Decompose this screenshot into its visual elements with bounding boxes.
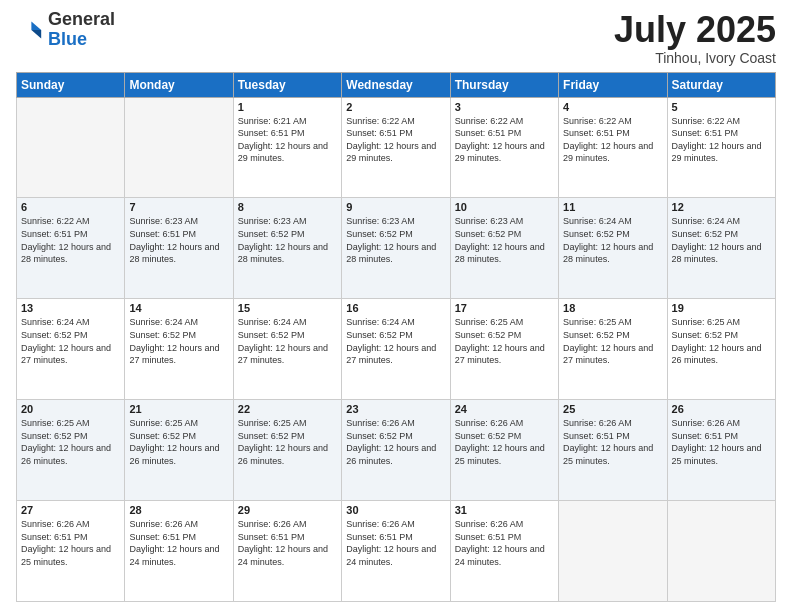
day-info: Sunrise: 6:25 AM Sunset: 6:52 PM Dayligh…: [21, 417, 120, 467]
svg-marker-0: [31, 21, 41, 29]
calendar-cell: 19Sunrise: 6:25 AM Sunset: 6:52 PM Dayli…: [667, 299, 775, 400]
day-info: Sunrise: 6:26 AM Sunset: 6:51 PM Dayligh…: [672, 417, 771, 467]
day-info: Sunrise: 6:26 AM Sunset: 6:51 PM Dayligh…: [346, 518, 445, 568]
calendar-cell: 30Sunrise: 6:26 AM Sunset: 6:51 PM Dayli…: [342, 501, 450, 602]
day-info: Sunrise: 6:25 AM Sunset: 6:52 PM Dayligh…: [129, 417, 228, 467]
calendar-cell: [125, 97, 233, 198]
day-number: 13: [21, 302, 120, 314]
calendar-cell: 13Sunrise: 6:24 AM Sunset: 6:52 PM Dayli…: [17, 299, 125, 400]
calendar-cell: [17, 97, 125, 198]
calendar-header-saturday: Saturday: [667, 72, 775, 97]
calendar-header-wednesday: Wednesday: [342, 72, 450, 97]
title-block: July 2025 Tinhou, Ivory Coast: [614, 10, 776, 66]
day-number: 10: [455, 201, 554, 213]
day-info: Sunrise: 6:25 AM Sunset: 6:52 PM Dayligh…: [238, 417, 337, 467]
day-number: 31: [455, 504, 554, 516]
day-number: 16: [346, 302, 445, 314]
day-number: 24: [455, 403, 554, 415]
logo-blue: Blue: [48, 29, 87, 49]
calendar-cell: 20Sunrise: 6:25 AM Sunset: 6:52 PM Dayli…: [17, 400, 125, 501]
day-number: 15: [238, 302, 337, 314]
calendar-cell: 4Sunrise: 6:22 AM Sunset: 6:51 PM Daylig…: [559, 97, 667, 198]
day-number: 5: [672, 101, 771, 113]
day-info: Sunrise: 6:24 AM Sunset: 6:52 PM Dayligh…: [563, 215, 662, 265]
day-number: 8: [238, 201, 337, 213]
logo: General Blue: [16, 10, 115, 50]
day-info: Sunrise: 6:24 AM Sunset: 6:52 PM Dayligh…: [21, 316, 120, 366]
calendar-week-row: 20Sunrise: 6:25 AM Sunset: 6:52 PM Dayli…: [17, 400, 776, 501]
header: General Blue July 2025 Tinhou, Ivory Coa…: [16, 10, 776, 66]
day-info: Sunrise: 6:26 AM Sunset: 6:51 PM Dayligh…: [238, 518, 337, 568]
page: General Blue July 2025 Tinhou, Ivory Coa…: [0, 0, 792, 612]
day-number: 22: [238, 403, 337, 415]
day-number: 29: [238, 504, 337, 516]
calendar-cell: 24Sunrise: 6:26 AM Sunset: 6:52 PM Dayli…: [450, 400, 558, 501]
calendar-cell: 10Sunrise: 6:23 AM Sunset: 6:52 PM Dayli…: [450, 198, 558, 299]
day-info: Sunrise: 6:23 AM Sunset: 6:52 PM Dayligh…: [455, 215, 554, 265]
calendar-week-row: 13Sunrise: 6:24 AM Sunset: 6:52 PM Dayli…: [17, 299, 776, 400]
day-number: 6: [21, 201, 120, 213]
main-title: July 2025: [614, 10, 776, 50]
calendar-cell: 26Sunrise: 6:26 AM Sunset: 6:51 PM Dayli…: [667, 400, 775, 501]
day-number: 2: [346, 101, 445, 113]
day-info: Sunrise: 6:24 AM Sunset: 6:52 PM Dayligh…: [346, 316, 445, 366]
day-number: 21: [129, 403, 228, 415]
day-info: Sunrise: 6:26 AM Sunset: 6:51 PM Dayligh…: [129, 518, 228, 568]
day-number: 12: [672, 201, 771, 213]
day-number: 26: [672, 403, 771, 415]
calendar-header-tuesday: Tuesday: [233, 72, 341, 97]
calendar-cell: 21Sunrise: 6:25 AM Sunset: 6:52 PM Dayli…: [125, 400, 233, 501]
calendar-cell: 22Sunrise: 6:25 AM Sunset: 6:52 PM Dayli…: [233, 400, 341, 501]
day-info: Sunrise: 6:26 AM Sunset: 6:52 PM Dayligh…: [455, 417, 554, 467]
calendar-week-row: 27Sunrise: 6:26 AM Sunset: 6:51 PM Dayli…: [17, 501, 776, 602]
day-number: 19: [672, 302, 771, 314]
day-number: 17: [455, 302, 554, 314]
day-number: 20: [21, 403, 120, 415]
logo-icon: [16, 16, 44, 44]
calendar-cell: 7Sunrise: 6:23 AM Sunset: 6:51 PM Daylig…: [125, 198, 233, 299]
calendar-cell: 23Sunrise: 6:26 AM Sunset: 6:52 PM Dayli…: [342, 400, 450, 501]
day-number: 1: [238, 101, 337, 113]
calendar-cell: 14Sunrise: 6:24 AM Sunset: 6:52 PM Dayli…: [125, 299, 233, 400]
calendar-cell: [667, 501, 775, 602]
logo-general: General: [48, 9, 115, 29]
day-info: Sunrise: 6:23 AM Sunset: 6:51 PM Dayligh…: [129, 215, 228, 265]
day-number: 9: [346, 201, 445, 213]
day-info: Sunrise: 6:24 AM Sunset: 6:52 PM Dayligh…: [129, 316, 228, 366]
calendar-header-row: SundayMondayTuesdayWednesdayThursdayFrid…: [17, 72, 776, 97]
day-info: Sunrise: 6:24 AM Sunset: 6:52 PM Dayligh…: [238, 316, 337, 366]
calendar-cell: 2Sunrise: 6:22 AM Sunset: 6:51 PM Daylig…: [342, 97, 450, 198]
day-number: 4: [563, 101, 662, 113]
day-number: 30: [346, 504, 445, 516]
calendar-header-thursday: Thursday: [450, 72, 558, 97]
calendar-cell: 29Sunrise: 6:26 AM Sunset: 6:51 PM Dayli…: [233, 501, 341, 602]
day-info: Sunrise: 6:22 AM Sunset: 6:51 PM Dayligh…: [346, 115, 445, 165]
day-info: Sunrise: 6:21 AM Sunset: 6:51 PM Dayligh…: [238, 115, 337, 165]
calendar-cell: 3Sunrise: 6:22 AM Sunset: 6:51 PM Daylig…: [450, 97, 558, 198]
day-info: Sunrise: 6:25 AM Sunset: 6:52 PM Dayligh…: [672, 316, 771, 366]
calendar-week-row: 6Sunrise: 6:22 AM Sunset: 6:51 PM Daylig…: [17, 198, 776, 299]
day-info: Sunrise: 6:22 AM Sunset: 6:51 PM Dayligh…: [455, 115, 554, 165]
calendar-cell: 1Sunrise: 6:21 AM Sunset: 6:51 PM Daylig…: [233, 97, 341, 198]
day-info: Sunrise: 6:22 AM Sunset: 6:51 PM Dayligh…: [672, 115, 771, 165]
calendar-cell: 15Sunrise: 6:24 AM Sunset: 6:52 PM Dayli…: [233, 299, 341, 400]
day-info: Sunrise: 6:26 AM Sunset: 6:52 PM Dayligh…: [346, 417, 445, 467]
day-number: 27: [21, 504, 120, 516]
day-info: Sunrise: 6:25 AM Sunset: 6:52 PM Dayligh…: [563, 316, 662, 366]
calendar-cell: 8Sunrise: 6:23 AM Sunset: 6:52 PM Daylig…: [233, 198, 341, 299]
day-info: Sunrise: 6:26 AM Sunset: 6:51 PM Dayligh…: [455, 518, 554, 568]
calendar-cell: 31Sunrise: 6:26 AM Sunset: 6:51 PM Dayli…: [450, 501, 558, 602]
calendar-cell: 16Sunrise: 6:24 AM Sunset: 6:52 PM Dayli…: [342, 299, 450, 400]
day-number: 18: [563, 302, 662, 314]
day-info: Sunrise: 6:26 AM Sunset: 6:51 PM Dayligh…: [21, 518, 120, 568]
calendar-cell: 28Sunrise: 6:26 AM Sunset: 6:51 PM Dayli…: [125, 501, 233, 602]
calendar-cell: [559, 501, 667, 602]
calendar-cell: 9Sunrise: 6:23 AM Sunset: 6:52 PM Daylig…: [342, 198, 450, 299]
calendar-cell: 25Sunrise: 6:26 AM Sunset: 6:51 PM Dayli…: [559, 400, 667, 501]
calendar-cell: 17Sunrise: 6:25 AM Sunset: 6:52 PM Dayli…: [450, 299, 558, 400]
calendar-cell: 6Sunrise: 6:22 AM Sunset: 6:51 PM Daylig…: [17, 198, 125, 299]
calendar-header-monday: Monday: [125, 72, 233, 97]
day-info: Sunrise: 6:25 AM Sunset: 6:52 PM Dayligh…: [455, 316, 554, 366]
day-info: Sunrise: 6:22 AM Sunset: 6:51 PM Dayligh…: [563, 115, 662, 165]
svg-marker-1: [31, 30, 41, 38]
